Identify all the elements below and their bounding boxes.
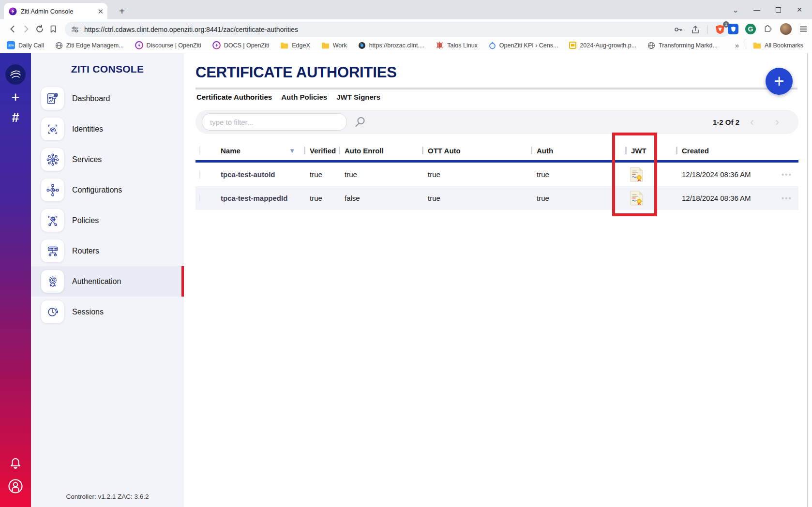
bookmark-growth-doc[interactable]: 2024-Aug-growth.p... [569, 42, 636, 49]
bookmarks-overflow-icon[interactable]: » [735, 41, 739, 49]
rail-add-icon[interactable]: + [0, 89, 31, 105]
bookmarks-bar: zm Daily Call Ziti Edge Managem... Disco… [0, 38, 812, 53]
row-select-checkbox[interactable] [199, 170, 200, 179]
policies-icon [41, 209, 64, 232]
row-select-checkbox[interactable] [199, 194, 200, 203]
browser-tab[interactable]: Ziti Admin Console ✕ [4, 3, 107, 19]
bookmark-edgex[interactable]: EdgeX [280, 42, 310, 49]
tab-certificate-authorities[interactable]: Certificate Authorities [196, 93, 272, 101]
main-content: CERTIFICATE AUTHORITIES + Certificate Au… [184, 53, 812, 507]
pagination-next-icon[interactable]: › [765, 116, 790, 128]
openziti-icon [135, 41, 143, 49]
profile-avatar[interactable] [780, 23, 792, 35]
bookmark-icon[interactable] [46, 22, 60, 36]
ca-name[interactable]: tpca-test-mappedId [221, 194, 304, 202]
address-bar[interactable]: https://ctrl.cdaws.clint.demo.openziti.o… [65, 22, 731, 37]
maximize-icon[interactable] [767, 0, 789, 19]
column-separator [625, 147, 627, 154]
grammarly-icon[interactable]: G [745, 24, 756, 34]
bookmark-ziti-edge[interactable]: Ziti Edge Managem... [55, 42, 124, 49]
certificate-jwt-icon[interactable] [630, 167, 643, 182]
lens-icon [358, 42, 366, 49]
bookmark-daily-call[interactable]: zm Daily Call [7, 41, 44, 49]
all-bookmarks-button[interactable]: All Bookmarks [753, 42, 803, 49]
table-row: tpca-test-autoId true true true true 12/… [195, 163, 798, 186]
brave-shield-icon[interactable]: 1 [714, 24, 726, 35]
auto-enroll-value: true [339, 170, 422, 179]
bookmark-openziti-kpi[interactable]: OpenZiti KPI › Cens... [489, 42, 558, 49]
sort-chevron-icon[interactable]: ▼ [289, 147, 295, 154]
password-key-icon[interactable] [673, 24, 684, 35]
dashboard-icon [41, 87, 64, 110]
globe-icon [647, 42, 655, 49]
bookmark-docs-openziti[interactable]: DOCS | OpenZiti [212, 41, 270, 49]
sidebar-item-sessions[interactable]: Sessions [31, 297, 184, 327]
add-certificate-authority-button[interactable]: + [766, 68, 793, 95]
verified-value: true [304, 194, 339, 202]
ca-name[interactable]: tpca-test-autoId [221, 170, 304, 179]
window-controls: ⌄ — ✕ [725, 0, 810, 19]
sessions-icon [41, 300, 64, 323]
row-menu-icon[interactable]: ••• [775, 171, 798, 179]
site-settings-icon[interactable] [71, 25, 79, 34]
minimize-icon[interactable]: — [746, 0, 767, 19]
column-separator [531, 147, 532, 154]
column-separator [339, 147, 340, 154]
reload-icon[interactable] [33, 22, 46, 36]
folder-icon [753, 42, 761, 49]
created-value: 12/18/2024 08:36 AM [676, 194, 775, 202]
rail-hash-icon[interactable]: # [0, 110, 31, 125]
column-separator [422, 147, 423, 154]
sidebar-item-label: Sessions [72, 308, 104, 316]
bookmark-brozac[interactable]: https://brozac.clint.... [358, 42, 425, 49]
sidebar-item-configurations[interactable]: Configurations [31, 175, 184, 205]
sidebar-item-dashboard[interactable]: Dashboard [31, 83, 184, 114]
divider [746, 41, 746, 50]
browser-titlebar: Ziti Admin Console ✕ + ⌄ — ✕ [0, 0, 812, 19]
version-footer: Controller: v1.2.1 ZAC: 3.6.2 [31, 493, 184, 500]
sidebar-item-routers[interactable]: Routers [31, 236, 184, 266]
sidebar-item-identities[interactable]: Identities [31, 114, 184, 144]
search-icon[interactable] [354, 116, 366, 128]
auth-value: true [531, 194, 625, 202]
column-separator [676, 147, 677, 154]
filter-input[interactable] [202, 113, 347, 131]
pagination-prev-icon[interactable]: ‹ [739, 116, 765, 128]
forward-icon[interactable] [19, 22, 33, 36]
ott-auto-value: true [422, 194, 531, 202]
bookmark-transforming[interactable]: Transforming Markd... [647, 42, 718, 49]
column-header-name[interactable]: Name ▼ [221, 147, 304, 155]
extension-area: G [728, 21, 808, 37]
ziti-console-app: + # ZITI CONSOLE Dashboard [0, 53, 812, 507]
sidebar-item-services[interactable]: Services [31, 144, 184, 175]
bookmark-discourse[interactable]: Discourse | OpenZiti [135, 41, 201, 49]
ziti-logo-icon[interactable] [5, 64, 26, 85]
certificate-jwt-icon[interactable] [630, 191, 643, 206]
sidebar-item-authentication[interactable]: Authentication [31, 266, 184, 297]
bookmark-work[interactable]: Work [321, 42, 347, 49]
back-icon[interactable] [6, 22, 19, 36]
select-all-checkbox[interactable] [199, 146, 200, 155]
identities-icon [41, 118, 64, 140]
notifications-bell-icon[interactable] [9, 457, 22, 470]
tab-search-icon[interactable]: ⌄ [725, 0, 746, 19]
sidebar-title: ZITI CONSOLE [31, 63, 184, 75]
bookmark-talos[interactable]: Talos Linux [436, 42, 478, 49]
authentication-icon [41, 270, 64, 293]
jwt-cell [625, 191, 676, 206]
tab-jwt-signers[interactable]: JWT Signers [336, 93, 380, 101]
tab-close-icon[interactable]: ✕ [97, 8, 104, 15]
row-menu-icon[interactable]: ••• [775, 194, 798, 202]
new-tab-button[interactable]: + [115, 4, 129, 18]
sidebar-item-policies[interactable]: Policies [31, 205, 184, 236]
sidebar-item-label: Routers [72, 247, 99, 255]
bitwarden-icon[interactable] [728, 24, 738, 34]
tab-auth-policies[interactable]: Auth Policies [281, 93, 327, 101]
pagination: 1-2 Of 2 ‹ › [713, 116, 790, 128]
share-icon[interactable] [691, 25, 700, 34]
extensions-puzzle-icon[interactable] [763, 24, 773, 34]
menu-hamburger-icon[interactable] [798, 24, 808, 34]
certificate-authorities-table: Name ▼ Verified Auto Enroll OTT Auto Aut… [195, 141, 798, 210]
profile-icon[interactable] [7, 478, 24, 494]
close-window-icon[interactable]: ✕ [789, 0, 810, 19]
